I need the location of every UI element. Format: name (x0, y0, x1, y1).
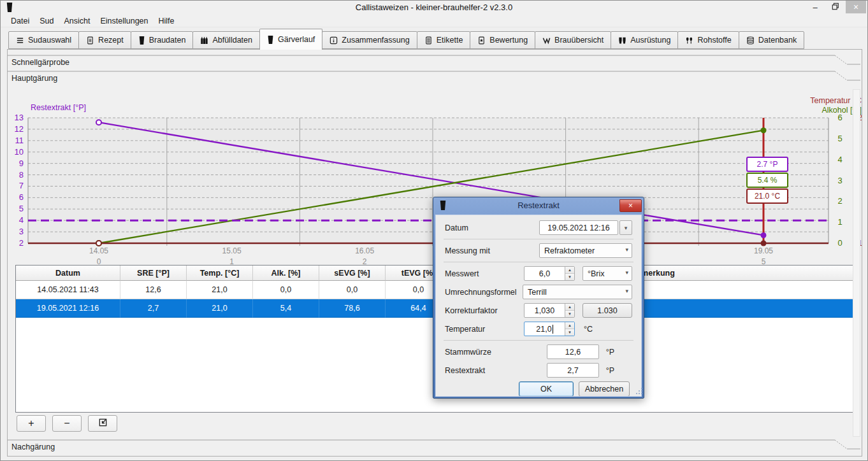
spin-up-icon[interactable]: ▴ (565, 304, 574, 311)
formel-row: Umrechnungsformel Terrill ▾ (445, 285, 632, 301)
svg-text:16.05: 16.05 (355, 246, 374, 255)
tab-zusammenfassung[interactable]: Zusammenfassung (322, 31, 417, 49)
tab-braudaten[interactable]: Braudaten (131, 31, 194, 49)
section-fold-line (8, 439, 862, 451)
messwert-spinbox[interactable]: 6,0 ▴▾ (524, 266, 575, 281)
svg-text:Restextrakt [°P]: Restextrakt [°P] (31, 103, 86, 112)
menu-ansicht[interactable]: Ansicht (59, 15, 95, 27)
spin-up-icon[interactable]: ▴ (565, 267, 574, 274)
tab-ausruestung[interactable]: Ausrüstung (611, 31, 678, 49)
col-header-alk[interactable]: Alk. [%] (253, 266, 319, 281)
menubar: Datei Sud Ansicht Einstellungen Hilfe (1, 15, 867, 27)
svg-text:1: 1 (229, 257, 234, 265)
messung-row: Messung mit Refraktometer ▾ (445, 243, 632, 259)
temperatur-unit: °C (584, 325, 593, 334)
resize-grip[interactable] (635, 386, 643, 397)
info-icon (329, 36, 338, 45)
col-header-sre[interactable]: SRE [°P] (120, 266, 187, 281)
stammwuerze-unit: °P (606, 348, 614, 357)
spin-down-icon[interactable]: ▾ (565, 329, 574, 336)
datum-dropdown-button[interactable]: ▾ (619, 220, 632, 235)
tab-gaerverlauf[interactable]: Gärverlauf (259, 29, 322, 50)
vertical-scrollbar[interactable] (853, 89, 860, 437)
section-nachgaerung[interactable]: Nachgärung (8, 439, 862, 456)
temperatur-spinbox[interactable]: 21,0 ▴▾ (524, 322, 575, 336)
svg-text:8: 8 (19, 170, 24, 180)
dialog-titlebar[interactable]: Restextrakt × (435, 199, 642, 215)
restextrakt-unit: °P (606, 366, 614, 375)
tab-etikette[interactable]: Etikette (417, 31, 471, 49)
col-header-sevg[interactable]: sEVG [%] (319, 266, 386, 281)
svg-text:11: 11 (15, 136, 24, 145)
menu-hilfe[interactable]: Hilfe (154, 15, 180, 27)
svg-text:15.05: 15.05 (222, 246, 242, 255)
edit-measurement-button[interactable] (88, 415, 117, 432)
stammwuerze-row: Stammwürze 12,6 °P (445, 344, 632, 360)
menu-datei[interactable]: Datei (6, 15, 34, 27)
close-button[interactable]: × (846, 1, 866, 13)
tab-datenbank[interactable]: Datenbank (739, 31, 804, 49)
document-icon (86, 36, 94, 45)
svg-text:14.05: 14.05 (89, 246, 108, 255)
beer-glass-icon (138, 36, 145, 45)
datum-input[interactable]: 19.05.2021 12:16 (539, 220, 618, 235)
bottles-icon (200, 36, 208, 45)
korrekturfaktor-spinbox[interactable]: 1,030 ▴▾ (524, 303, 575, 318)
datum-row: Datum 19.05.2021 12:16 ▾ (445, 220, 632, 236)
section-schnellgaerprobe[interactable]: Schnellgärprobe (8, 55, 862, 71)
cancel-button[interactable]: Abbrechen (579, 381, 630, 397)
messwert-unit-select[interactable]: °Brix ▾ (582, 266, 632, 281)
svg-text:0: 0 (837, 238, 842, 248)
col-header-datum[interactable]: Datum (16, 266, 120, 281)
minimize-button[interactable]: – (805, 1, 825, 13)
restore-button[interactable] (825, 1, 846, 13)
tabbar: Sudauswahl Rezept Braudaten Abfülldaten … (8, 27, 860, 49)
hops-grain-icon (685, 36, 693, 45)
section-fold-line (8, 55, 862, 66)
restore-icon (832, 3, 839, 12)
formel-select[interactable]: Terrill ▾ (523, 285, 632, 299)
svg-text:1: 1 (837, 217, 842, 227)
section-hauptgaerung[interactable]: Hauptgärung (8, 71, 862, 87)
svg-text:13: 13 (15, 113, 24, 122)
menu-sud[interactable]: Sud (34, 15, 59, 27)
beer-glass-icon (267, 36, 274, 44)
separator (444, 340, 633, 341)
svg-text:7: 7 (19, 181, 24, 190)
close-icon: × (628, 201, 633, 210)
dialog-close-button[interactable]: × (619, 199, 642, 212)
svg-text:2.7 °P: 2.7 °P (757, 160, 778, 169)
col-header-temp[interactable]: Temp. [°C] (187, 266, 253, 281)
korrekturfaktor-row: Korrekturfaktor 1,030 ▴▾ 1.030 (445, 303, 632, 319)
menu-einstellungen[interactable]: Einstellungen (95, 15, 153, 27)
svg-text:5.4 %: 5.4 % (758, 176, 778, 185)
table-actions: + − (17, 415, 117, 432)
tab-sudauswahl[interactable]: Sudauswahl (8, 31, 79, 49)
messung-select[interactable]: Refraktometer ▾ (539, 243, 632, 258)
tab-rezept[interactable]: Rezept (78, 31, 131, 49)
equipment-tanks-icon (618, 36, 626, 45)
korrekturfaktor-reference-button[interactable]: 1.030 (582, 303, 632, 318)
chevron-down-icon: ▾ (625, 269, 628, 276)
chevron-down-icon: ▾ (625, 246, 628, 253)
tab-brauuebersicht[interactable]: Brauübersicht (535, 31, 611, 49)
ok-button[interactable]: OK (519, 381, 574, 397)
messwert-row: Messwert 6,0 ▴▾ °Brix ▾ (445, 266, 632, 282)
tab-rohstoffe[interactable]: Rohstoffe (677, 31, 739, 49)
stammwuerze-field[interactable]: 12,6 (547, 344, 599, 359)
tab-abfuelldaten[interactable]: Abfülldaten (192, 31, 260, 49)
spin-down-icon[interactable]: ▾ (565, 274, 574, 280)
add-measurement-button[interactable]: + (17, 415, 46, 432)
label-document-icon (424, 36, 433, 45)
restextrakt-field[interactable]: 2,7 (547, 363, 599, 378)
star-page-icon (477, 36, 486, 45)
svg-text:2: 2 (19, 238, 24, 248)
section-fold-line (8, 71, 862, 82)
spin-up-icon[interactable]: ▴ (565, 322, 574, 329)
svg-text:0: 0 (97, 257, 101, 265)
spin-down-icon[interactable]: ▾ (565, 311, 574, 317)
svg-text:9: 9 (19, 159, 24, 168)
remove-measurement-button[interactable]: − (52, 415, 82, 432)
tab-bewertung[interactable]: Bewertung (470, 31, 535, 49)
svg-text:3: 3 (837, 176, 842, 185)
